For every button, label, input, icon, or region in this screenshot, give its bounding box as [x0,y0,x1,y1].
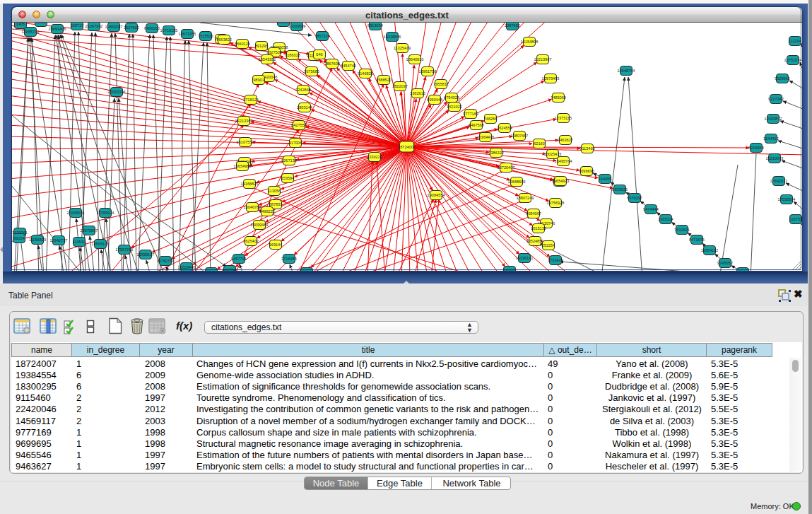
svg-text:6794028: 6794028 [444,95,459,100]
svg-text:173342: 173342 [503,269,517,271]
svg-text:746266: 746266 [484,117,498,121]
svg-text:12505135: 12505135 [92,242,110,246]
svg-text:15751074: 15751074 [784,58,802,62]
svg-text:2718126: 2718126 [243,98,259,102]
svg-text:16033809: 16033809 [288,24,306,28]
svg-text:2867608: 2867608 [324,62,340,66]
svg-text:12942737: 12942737 [50,238,68,243]
svg-text:17957255: 17957255 [116,247,134,252]
svg-text:19166825: 19166825 [241,182,259,186]
svg-text:3624554: 3624554 [497,126,512,130]
svg-text:113056: 113056 [268,189,281,193]
svg-text:587833: 587833 [269,202,283,206]
svg-text:19654923: 19654923 [552,179,570,183]
svg-text:9227342: 9227342 [768,97,784,101]
svg-text:10688609: 10688609 [508,180,526,184]
svg-text:2087682: 2087682 [505,23,520,28]
svg-text:10807487: 10807487 [511,134,529,138]
svg-text:6497568: 6497568 [469,123,484,127]
svg-text:169144: 169144 [269,243,283,247]
svg-text:1527602: 1527602 [124,25,139,30]
svg-text:7663822: 7663822 [216,37,232,42]
svg-text:7515526: 7515526 [198,34,213,38]
svg-text:16046788: 16046788 [244,205,261,209]
svg-text:62160: 62160 [534,141,545,146]
svg-text:3716485: 3716485 [281,257,297,261]
svg-text:98901: 98901 [253,78,264,82]
svg-text:17016504: 17016504 [778,197,796,201]
svg-text:9699695: 9699695 [579,169,594,173]
svg-text:1733426: 1733426 [548,258,563,262]
svg-text:9777169: 9777169 [463,112,478,116]
svg-text:9242848: 9242848 [295,88,311,92]
svg-text:9329966: 9329966 [775,76,790,81]
svg-text:1405: 1405 [16,23,25,26]
svg-text:7955812: 7955812 [433,82,449,86]
svg-text:8471676: 8471676 [689,238,705,242]
svg-text:9115460: 9115460 [579,146,594,151]
svg-text:7625402: 7625402 [243,239,259,243]
svg-text:153594: 153594 [281,176,295,180]
svg-text:16543382: 16543382 [259,57,276,62]
svg-text:9457791: 9457791 [231,257,247,261]
svg-text:7632621: 7632621 [674,228,690,232]
svg-text:8215958: 8215958 [748,146,764,150]
svg-text:1615132: 1615132 [531,226,546,230]
svg-text:39154: 39154 [13,236,25,240]
svg-text:3675685: 3675685 [304,69,319,74]
svg-text:15720407: 15720407 [498,165,515,170]
svg-text:1621022: 1621022 [447,105,462,109]
svg-text:16099469: 16099469 [251,223,269,227]
svg-text:16495764: 16495764 [555,159,572,163]
svg-text:1092755: 1092755 [204,270,219,271]
svg-text:8933923: 8933923 [612,187,628,192]
svg-text:9084067: 9084067 [526,211,541,216]
svg-text:8427552: 8427552 [291,123,307,127]
svg-text:14136141: 14136141 [516,256,534,260]
svg-text:6466160: 6466160 [144,26,160,30]
svg-text:10025433: 10025433 [544,152,562,156]
svg-text:16961758: 16961758 [419,69,437,74]
svg-text:1092346: 1092346 [222,268,237,271]
svg-text:7386322: 7386322 [488,151,504,155]
svg-text:12023446: 12023446 [178,265,196,269]
svg-text:9327505: 9327505 [266,50,282,54]
svg-text:20364436: 20364436 [477,135,495,139]
svg-text:20053346: 20053346 [108,90,126,94]
svg-text:10719155: 10719155 [160,28,178,33]
svg-text:16154808: 16154808 [521,40,539,44]
svg-text:14055712: 14055712 [22,30,40,34]
svg-text:12093872: 12093872 [765,117,782,121]
svg-text:16671355: 16671355 [179,32,196,36]
svg-text:15692971: 15692971 [770,179,788,183]
svg-text:2935114: 2935114 [658,217,673,221]
svg-text:11156829: 11156829 [29,238,46,242]
svg-text:9146821: 9146821 [358,71,373,76]
svg-text:18807249: 18807249 [517,196,534,200]
svg-text:10654112: 10654112 [701,248,718,252]
svg-text:2330223: 2330223 [367,155,382,159]
svg-text:1588520: 1588520 [376,78,392,82]
svg-text:23975887: 23975887 [81,228,98,233]
svg-text:18724007: 18724007 [398,145,416,149]
svg-text:8267130: 8267130 [281,158,297,163]
svg-text:2803144: 2803144 [297,105,312,110]
svg-text:1362615: 1362615 [410,91,425,95]
svg-text:21067342: 21067342 [86,24,103,28]
svg-text:7485063: 7485063 [551,95,566,100]
svg-text:12213967: 12213967 [534,57,552,62]
svg-text:9474444: 9474444 [643,207,659,211]
svg-text:12375115: 12375115 [555,116,572,120]
svg-text:164095: 164095 [599,177,612,181]
svg-text:17359924: 17359924 [97,211,114,215]
svg-text:5498222: 5498222 [259,209,275,214]
svg-text:16648784: 16648784 [618,69,635,73]
svg-text:19384554: 19384554 [428,193,445,197]
svg-text:160338: 160338 [277,23,290,24]
svg-text:917006: 917006 [289,141,302,145]
svg-text:8990448: 8990448 [427,98,442,102]
svg-text:9245052: 9245052 [717,261,733,265]
svg-text:19756928: 19756928 [547,201,565,205]
svg-text:16210643: 16210643 [766,156,784,160]
svg-text:10853287: 10853287 [105,25,123,29]
